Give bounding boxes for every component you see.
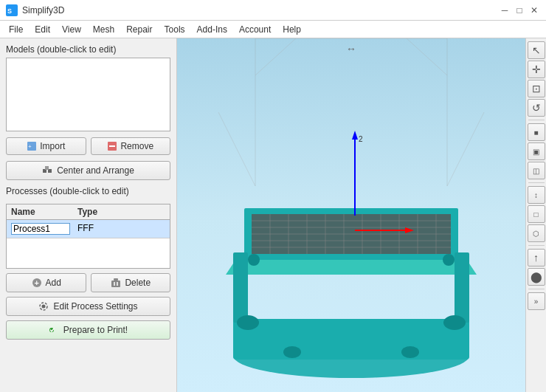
maximize-button[interactable]: □ [514,4,525,16]
svg-point-15 [42,305,46,309]
import-label: Import [40,141,65,151]
svg-point-51 [401,346,419,358]
zoom-fit-button[interactable]: ⊡ [528,80,545,97]
table-header: Name Type [7,204,170,220]
processes-table: Name Type FFF [6,204,170,269]
svg-rect-46 [233,252,248,323]
cursor-tool-button[interactable]: ↖ [528,41,545,59]
printer-scene: 2 [177,38,525,392]
menu-account[interactable]: Account [233,23,277,36]
more-tools-button[interactable]: » [528,292,545,310]
wire-view-button[interactable]: ◫ [528,162,545,179]
title-bar: S Simplify3D ─ □ ✕ [0,0,546,21]
import-icon: + [27,141,37,151]
svg-text:S: S [7,7,12,15]
menu-edit[interactable]: Edit [29,23,56,36]
svg-point-48 [237,315,259,330]
title-bar-left: S Simplify3D [6,4,64,16]
window-controls: ─ □ ✕ [499,4,540,16]
viewport[interactable]: ↔ [177,38,525,392]
add-process-button[interactable]: + Add [6,273,86,292]
remove-label: Remove [120,141,153,151]
svg-text:2: 2 [359,135,363,143]
process-name-input[interactable] [11,223,70,235]
remove-icon [107,141,117,151]
front-view-button[interactable]: ↕ [528,186,545,204]
home-view-button[interactable]: ⬤ [528,268,545,286]
svg-rect-26 [233,319,469,360]
svg-line-21 [255,38,296,75]
close-button[interactable]: ✕ [528,4,540,16]
prepare-label: Prepare to Print! [63,325,128,335]
menu-file[interactable]: File [3,23,29,36]
svg-text:+: + [34,278,38,287]
processes-section: Processes (double-click to edit) Name Ty… [6,186,170,340]
minimize-button[interactable]: ─ [499,4,511,16]
models-label: Models (double-click to edit) [6,44,170,55]
delete-label: Delete [125,278,151,288]
svg-rect-47 [455,252,469,323]
menu-bar: File Edit View Mesh Repair Tools Add-Ins… [0,21,546,38]
arrange-icon [42,165,52,176]
import-button[interactable]: + Import [6,137,86,155]
center-arrange-button[interactable]: Center and Arrange [6,161,170,180]
add-delete-row: + Add Delete [6,273,170,292]
import-remove-row: + Import Remove [6,137,170,155]
svg-point-45 [443,254,455,266]
side-view-button[interactable]: □ [528,205,545,223]
svg-line-24 [447,112,484,186]
menu-help[interactable]: Help [277,23,307,36]
svg-text:+: + [28,143,32,150]
left-panel: Models (double-click to edit) + Import R… [0,38,177,392]
models-section: Models (double-click to edit) [6,44,170,131]
add-icon: + [31,277,43,289]
row-name [11,223,77,235]
main-layout: Models (double-click to edit) + Import R… [0,38,546,392]
menu-tools[interactable]: Tools [159,23,191,36]
menu-addins[interactable]: Add-Ins [191,23,233,36]
center-arrange-row: Center and Arrange [6,161,170,180]
zoom-in-button[interactable]: ↑ [528,249,545,267]
col-name-header: Name [11,207,77,217]
svg-point-49 [443,315,466,330]
toolbar-separator-1 [528,120,545,120]
svg-rect-12 [114,278,118,281]
processes-label: Processes (double-click to edit) [6,186,170,196]
menu-repair[interactable]: Repair [120,23,158,36]
solid-view-button[interactable]: ■ [528,123,545,141]
toolbar-separator-3 [528,245,545,246]
svg-line-23 [218,112,255,186]
row-type: FFF [77,223,165,235]
center-arrange-label: Center and Arrange [57,165,134,176]
settings-icon [38,301,49,312]
print-icon [49,325,59,335]
delete-icon [110,277,122,289]
app-icon: S [6,4,18,16]
menu-mesh[interactable]: Mesh [87,23,120,36]
models-list[interactable] [6,58,170,131]
surface-view-button[interactable]: ▣ [528,142,545,160]
edit-process-label: Edit Process Settings [53,301,137,312]
pan-tool-button[interactable]: ✛ [528,61,545,78]
menu-view[interactable]: View [56,23,87,36]
svg-point-44 [248,254,260,266]
rotate-view-button[interactable]: ↺ [528,99,545,117]
prepare-to-print-button[interactable]: Prepare to Print! [6,320,170,340]
edit-process-settings-button[interactable]: Edit Process Settings [6,297,170,316]
iso-view-button[interactable]: ⬡ [528,224,545,242]
col-type-header: Type [77,207,165,217]
svg-point-50 [283,346,301,358]
toolbar-separator-4 [528,289,545,289]
table-row[interactable]: FFF [7,220,170,238]
empty-rows [7,238,170,268]
add-label: Add [46,278,61,288]
delete-process-button[interactable]: Delete [91,273,171,292]
right-toolbar: ↖ ✛ ⊡ ↺ ■ ▣ ◫ ↕ □ ⬡ ↑ ⬤ » [525,38,546,392]
svg-marker-53 [352,131,358,140]
svg-line-22 [407,38,447,75]
toolbar-separator-2 [528,182,545,183]
app-title: Simplify3D [22,5,64,16]
remove-button[interactable]: Remove [91,137,171,155]
svg-rect-11 [111,281,120,287]
svg-rect-8 [45,166,49,170]
